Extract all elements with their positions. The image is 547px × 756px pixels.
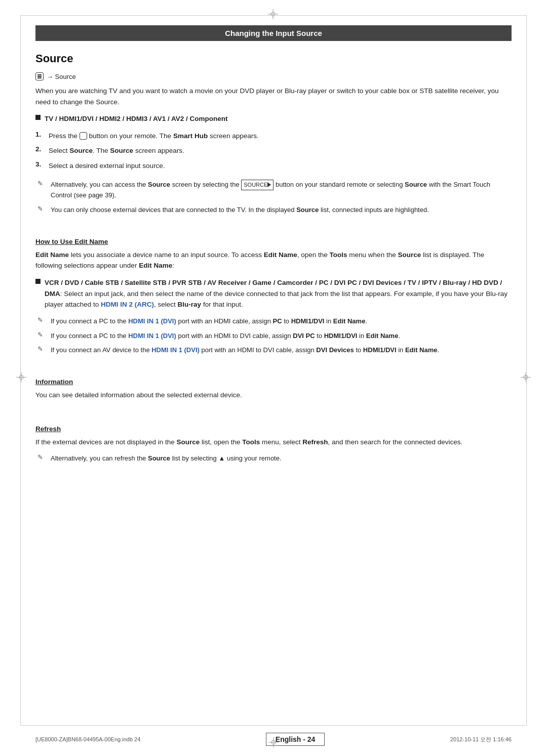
intro-paragraph: When you are watching TV and you want to… [35,86,512,107]
menu-path-text: → Source [47,73,76,80]
note-4: ✎ If you connect a PC to the HDMI IN 1 (… [35,331,512,342]
step-1-text: Press the button on your remote. The Sma… [49,131,259,142]
note-3-text: If you connect a PC to the HDMI IN 1 (DV… [51,316,367,327]
crosshair-top-icon [268,9,279,20]
title-bar-text: Changing the Input Source [225,29,322,37]
port-hdmi1-dvi-3: HDMI IN 1 (DVI) [151,346,200,354]
page: Changing the Input Source Source → Sourc… [0,0,547,756]
footer-right-text: 2012-10-11 오전 1:16:46 [450,736,512,743]
bullet-text-1: TV / HDMI1/DVI / HDMI2 / HDMI3 / AV1 / A… [45,113,228,124]
step-2-num: 2. [35,145,45,153]
bullet-square-icon [35,115,41,120]
crosshair-bottom-icon [268,737,279,749]
refresh-note: ✎ Alternatively, you can refresh the Sou… [35,453,512,464]
information-paragraph: You can see detailed information about t… [35,390,512,401]
port-hdmi1-dvi-2: HDMI IN 1 (DVI) [128,332,176,340]
refresh-note-text: Alternatively, you can refresh the Sourc… [51,453,282,464]
source-arrow-icon [267,182,271,187]
step-1: 1. Press the button on your remote. The … [35,131,512,142]
source-button-icon: SOURCE [241,180,274,191]
note-1-text: Alternatively, you can access the Source… [51,180,512,201]
pencil-icon-3: ✎ [37,316,48,324]
step-3: 3. Select a desired external input sourc… [35,160,512,172]
note-4-text: If you connect a PC to the HDMI IN 1 (DV… [51,331,400,342]
note-5-text: If you connect an AV device to the HDMI … [51,345,439,356]
step-1-num: 1. [35,131,45,138]
crosshair-left-icon [16,372,26,384]
step-3-text: Select a desired external input source. [49,160,165,172]
bullet-item-2: VCR / DVD / Cable STB / Satellite STB / … [35,277,512,310]
refresh-heading: Refresh [35,425,512,433]
bullet-item-1: TV / HDMI1/DVI / HDMI2 / HDMI3 / AV1 / A… [35,113,512,124]
border-right [526,15,527,726]
note-2: ✎ You can only choose external devices t… [35,205,512,216]
bullet-square-icon-2 [35,279,41,284]
border-left [20,15,21,726]
step-3-num: 3. [35,160,45,168]
pencil-icon-1: ✎ [37,180,48,187]
menu-button-icon [80,132,87,140]
port-hdmi2-arc: HDMI IN 2 (ARC) [101,301,154,308]
bullet-text-2: VCR / DVD / Cable STB / Satellite STB / … [45,277,512,310]
note-3: ✎ If you connect a PC to the HDMI IN 1 (… [35,316,512,327]
border-bottom [20,725,527,726]
pencil-icon-2: ✎ [37,205,48,213]
menu-path: → Source [35,72,512,80]
section-heading: Source [35,52,512,65]
information-heading: Information [35,378,512,386]
main-content: Changing the Input Source Source → Sourc… [35,25,512,721]
crosshair-right-icon [521,372,531,384]
pencil-icon-4: ✎ [37,331,48,339]
how-to-edit-heading: How to Use Edit Name [35,238,512,245]
step-2-text: Select Source. The Source screen appears… [49,145,184,156]
footer-left-text: [UE8000-ZA]BN68-04495A-00Eng.indb 24 [35,736,140,742]
note-2-text: You can only choose external devices tha… [51,205,429,216]
note-1: ✎ Alternatively, you can access the Sour… [35,180,512,201]
title-bar: Changing the Input Source [35,25,512,41]
menu-icon [35,72,44,80]
pencil-icon-6: ✎ [37,453,48,461]
step-2: 2. Select Source. The Source screen appe… [35,145,512,156]
note-5: ✎ If you connect an AV device to the HDM… [35,345,512,356]
port-hdmi1-dvi-1: HDMI IN 1 (DVI) [128,317,176,325]
edit-name-paragraph: Edit Name lets you associate a device na… [35,249,512,271]
pencil-icon-5: ✎ [37,345,48,353]
border-top [20,15,527,16]
refresh-paragraph: If the external devices are not displaye… [35,437,512,448]
